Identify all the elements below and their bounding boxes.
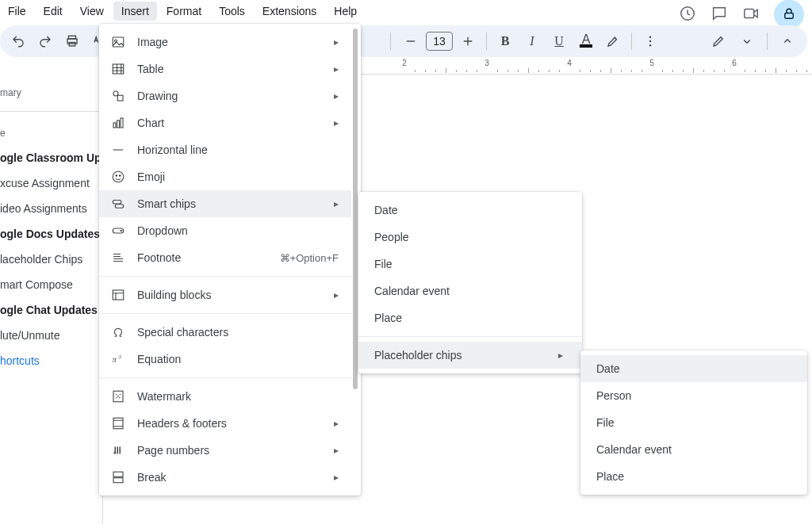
svg-rect-14 (113, 123, 116, 128)
submenu-label: Date (596, 362, 788, 375)
menu-item-headers-&-footers[interactable]: Headers & footers▸ (99, 410, 351, 437)
menu-item-building-blocks[interactable]: Building blocks▸ (99, 281, 351, 308)
chips-icon (110, 196, 126, 212)
menu-item-page-numbers[interactable]: #Page numbers▸ (99, 437, 351, 464)
submenu-item-date[interactable]: Date (358, 197, 582, 224)
placeholder-item-file[interactable]: File (580, 409, 807, 436)
menu-item-drawing[interactable]: Drawing▸ (99, 82, 351, 109)
outline-item[interactable]: ogle Classroom Up (0, 145, 102, 170)
menu-item-dropdown[interactable]: Dropdown (99, 217, 351, 244)
menu-item-label: Equation (137, 353, 339, 365)
editing-mode-button[interactable] (707, 30, 730, 52)
svg-rect-20 (113, 201, 121, 205)
menu-edit[interactable]: Edit (36, 2, 71, 21)
comment-icon[interactable] (710, 5, 728, 25)
menu-item-label: Chart (137, 117, 323, 129)
outline-sidebar: mary e ogle Classroom Upxcuse Assignment… (0, 79, 103, 523)
underline-button[interactable]: U (547, 30, 571, 52)
placeholder-item-calendar-event[interactable]: Calendar event (580, 436, 807, 463)
menu-item-label: Emoji (137, 170, 339, 183)
svg-rect-13 (117, 95, 123, 101)
svg-text:#: # (113, 450, 117, 455)
svg-point-6 (649, 36, 651, 38)
italic-button[interactable]: I (520, 30, 544, 52)
outline-item[interactable]: xcuse Assignment (0, 170, 102, 196)
submenu-label: Person (596, 389, 788, 402)
toolbar-separator (390, 33, 391, 50)
increase-font-button[interactable] (456, 30, 480, 52)
menu-view[interactable]: View (72, 2, 112, 21)
print-button[interactable] (60, 30, 84, 52)
submenu-item-place[interactable]: Place (358, 304, 582, 331)
menu-item-table[interactable]: Table▸ (99, 55, 351, 82)
meet-icon[interactable] (742, 5, 760, 25)
svg-point-19 (120, 175, 121, 177)
headerfooter-icon (110, 415, 126, 431)
outline-item[interactable]: hortcuts (0, 348, 102, 373)
menu-item-equation[interactable]: π2Equation (99, 346, 351, 373)
history-icon[interactable] (679, 5, 696, 25)
placeholder-item-place[interactable]: Place (580, 463, 807, 490)
submenu-item-placeholder-chips[interactable]: Placeholder chips▸ (358, 342, 582, 369)
chevron-right-icon: ▸ (334, 90, 339, 101)
placeholder-item-date[interactable]: Date (580, 355, 807, 382)
font-size-input[interactable]: 13 (426, 32, 453, 51)
menu-file[interactable]: File (0, 2, 34, 21)
equation-icon: π2 (110, 351, 126, 367)
chevron-right-icon: ▸ (334, 198, 339, 209)
outline-item[interactable]: ogle Docs Updates (0, 221, 102, 247)
outline-item[interactable]: laceholder Chips (0, 247, 102, 272)
highlight-button[interactable] (601, 30, 625, 52)
svg-point-7 (649, 40, 651, 42)
svg-rect-27 (113, 418, 123, 429)
more-button[interactable] (638, 30, 662, 52)
toolbar-separator (767, 33, 768, 50)
menu-item-label: Dropdown (137, 224, 339, 237)
text-color-button[interactable]: A (574, 30, 598, 52)
menu-item-special-characters[interactable]: Special characters (99, 319, 351, 346)
menu-item-label: Table (137, 63, 323, 75)
svg-rect-23 (113, 290, 124, 300)
menu-item-label: Drawing (137, 90, 323, 102)
share-button[interactable] (774, 0, 804, 29)
hide-menus-button[interactable] (776, 30, 799, 52)
menu-tools[interactable]: Tools (211, 2, 253, 21)
menu-item-chart[interactable]: Chart▸ (99, 109, 351, 136)
undo-button[interactable] (6, 30, 30, 52)
menu-item-break[interactable]: Break▸ (99, 464, 351, 491)
image-icon (110, 34, 126, 50)
bold-button[interactable]: B (493, 30, 517, 52)
decrease-font-button[interactable] (399, 30, 423, 52)
svg-rect-1 (745, 9, 754, 17)
submenu-item-file[interactable]: File (358, 251, 582, 277)
svg-rect-16 (121, 118, 123, 128)
chevron-right-icon: ▸ (334, 289, 339, 300)
menu-item-image[interactable]: Image▸ (99, 29, 351, 55)
editing-mode-chevron[interactable] (735, 30, 759, 52)
menu-help[interactable]: Help (326, 2, 365, 21)
menu-format[interactable]: Format (159, 2, 209, 21)
chevron-right-icon: ▸ (558, 350, 563, 361)
outline-item[interactable]: lute/Unmute (0, 323, 102, 348)
redo-button[interactable] (33, 30, 57, 52)
svg-point-8 (649, 44, 651, 46)
submenu-label: Place (596, 470, 788, 483)
menu-item-smart-chips[interactable]: Smart chips▸ (99, 190, 351, 217)
submenu-item-calendar-event[interactable]: Calendar event (358, 277, 582, 304)
omega-icon (110, 324, 126, 340)
menu-insert[interactable]: Insert (113, 2, 157, 21)
submenu-item-people[interactable]: People (358, 224, 582, 251)
watermark-icon (110, 388, 126, 404)
outline-item[interactable]: mart Compose (0, 272, 102, 297)
menu-item-footnote[interactable]: Footnote⌘+Option+F (99, 244, 351, 271)
menu-item-emoji[interactable]: Emoji (99, 163, 351, 190)
menu-item-horizontal-line[interactable]: Horizontal line (99, 136, 351, 163)
menu-item-watermark[interactable]: Watermark (99, 383, 351, 410)
outline-item[interactable]: ogle Chat Updates (0, 297, 102, 323)
placeholder-item-person[interactable]: Person (580, 382, 807, 409)
toolbar-separator (631, 33, 632, 50)
outline-item[interactable]: ideo Assignments (0, 196, 102, 221)
menu-extensions[interactable]: Extensions (255, 2, 324, 21)
svg-rect-30 (113, 478, 123, 483)
chevron-right-icon: ▸ (334, 445, 339, 456)
